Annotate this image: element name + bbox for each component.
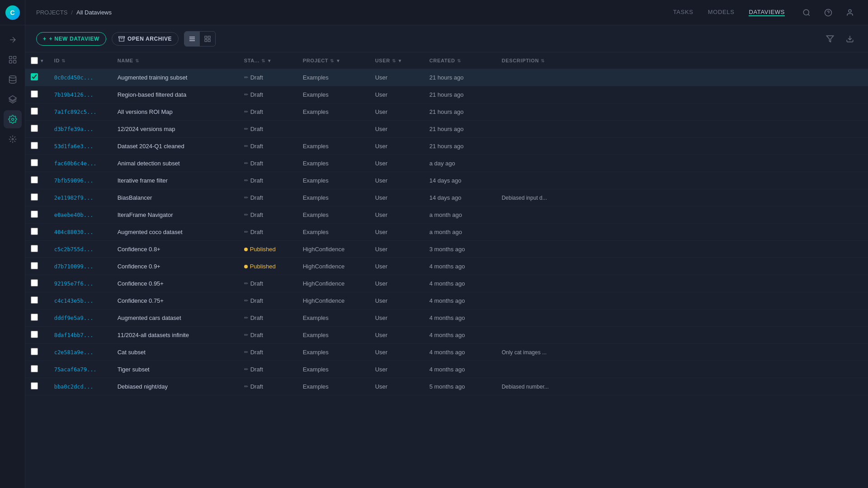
svg-rect-21 [208,39,210,42]
row-checkbox[interactable] [31,382,38,389]
select-all-checkbox[interactable] [31,57,38,64]
table-row[interactable]: 53d1fa6e3... Dataset 2024-Q1 cleaned ✏ D… [25,138,868,155]
download-icon[interactable] [843,32,857,46]
sidebar-item-dashboard[interactable] [4,51,22,69]
table-row[interactable]: fac60b6c4e... Animal detection subset ✏ … [25,155,868,172]
row-status: ✏ Draft [239,361,297,378]
th-created[interactable]: CREATED ⇅ [424,52,496,69]
status-draft: ✏ Draft [244,194,292,201]
app-logo[interactable]: C [0,0,25,25]
sidebar-item-integrations[interactable] [4,130,22,148]
row-checkbox-cell [25,327,49,344]
table-row[interactable]: 0c0cd450c... Augmented training subset ✏… [25,69,868,86]
th-name[interactable]: NAME ⇅ [112,52,239,69]
sidebar-item-pipeline[interactable] [4,31,22,49]
status-draft: ✏ Draft [244,126,292,132]
row-status: ✏ Draft [239,155,297,172]
table-row[interactable]: 92195e7f6... Confidence 0.95+ ✏ Draft Hi… [25,275,868,292]
row-name: 11/2024-all datasets infinite [112,327,239,344]
sidebar-item-datasets[interactable] [4,70,22,89]
table-row[interactable]: c4c143e5b... Confidence 0.75+ ✏ Draft Hi… [25,292,868,310]
status-draft: ✏ Draft [244,280,292,287]
row-name: Confidence 0.9+ [112,258,239,275]
row-checkbox[interactable] [31,176,38,183]
table-row[interactable]: 2e11982f9... BiasBalancer ✏ Draft Exampl… [25,189,868,206]
th-status[interactable]: STA... ⇅ ▼ [239,52,297,69]
table-row[interactable]: c5c2b755d... Confidence 0.8+ Published H… [25,241,868,258]
row-checkbox[interactable] [31,90,38,98]
table-row[interactable]: c2e581a9e... Cat subset ✏ Draft Examples… [25,344,868,361]
row-checkbox[interactable] [31,108,38,115]
status-draft: ✏ Draft [244,108,292,115]
table-row[interactable]: bba0c2dcd... Debiased night/day ✏ Draft … [25,378,868,395]
svg-point-6 [11,118,14,121]
nav-dataviews[interactable]: DATAVIEWS [749,9,785,16]
status-draft: ✏ Draft [244,383,292,390]
open-archive-button[interactable]: OPEN ARCHIVE [112,32,179,46]
table-row[interactable]: 404c88030... Augmented coco dataset ✏ Dr… [25,224,868,241]
row-checkbox-cell [25,275,49,292]
user-avatar[interactable] [843,5,857,20]
row-checkbox[interactable] [31,228,38,235]
filter-icon[interactable] [823,32,837,46]
row-checkbox[interactable] [31,211,38,218]
row-description: Only cat images ... [496,344,868,361]
nav-tasks[interactable]: TASKS [673,9,693,16]
new-dataview-button[interactable]: + + NEW DATAVIEW [36,32,106,46]
row-checkbox[interactable] [31,331,38,338]
table-row[interactable]: 7a1fc892c5... All versions ROI Map ✏ Dra… [25,103,868,121]
row-checkbox[interactable] [31,159,38,166]
table-row[interactable]: 7b19b4126... Region-based filtered data … [25,86,868,103]
svg-rect-1 [13,56,16,59]
pencil-icon: ✏ [244,229,248,235]
th-user[interactable]: USER ⇅ ▼ [370,52,424,69]
th-project[interactable]: PROJECT ⇅ ▼ [297,52,370,69]
top-navigation: PROJECTS / All Dataviews TASKS MODELS DA… [25,0,868,25]
row-checkbox[interactable] [31,142,38,149]
row-checkbox[interactable] [31,296,38,304]
row-description [496,224,868,241]
sidebar-item-settings[interactable] [4,110,22,128]
row-created: 14 days ago [424,189,496,206]
search-icon[interactable] [799,5,814,20]
row-description: Debiased input d... [496,189,868,206]
table-row[interactable]: d7b710099... Confidence 0.9+ Published H… [25,258,868,275]
checkbox-chevron[interactable]: ▾ [41,58,43,63]
row-checkbox[interactable] [31,245,38,252]
row-checkbox[interactable] [31,279,38,286]
row-checkbox[interactable] [31,262,38,269]
dataviews-table-container[interactable]: ▾ ID ⇅ NAME ⇅ [25,52,868,488]
table-row[interactable]: 8daf14bb7... 11/2024-all datasets infini… [25,327,868,344]
breadcrumb-projects[interactable]: PROJECTS [36,9,67,16]
row-id: 0c0cd450c... [49,69,112,86]
row-checkbox[interactable] [31,193,38,201]
row-checkbox[interactable] [31,365,38,372]
help-icon[interactable] [821,5,835,20]
row-checkbox-cell [25,121,49,138]
sidebar: C [0,0,25,488]
th-description[interactable]: DESCRIPTION ⇅ [496,52,868,69]
table-row[interactable]: 75acaf6a79... Tiger subset ✏ Draft Examp… [25,361,868,378]
nav-models[interactable]: MODELS [708,9,735,16]
row-project: Examples [297,103,370,121]
row-checkbox[interactable] [31,314,38,321]
table-row[interactable]: e0aebe40b... IteraFrame Navigator ✏ Draf… [25,206,868,224]
row-checkbox[interactable] [31,73,38,80]
table-row[interactable]: d3b7fe39a... 12/2024 versions map ✏ Draf… [25,121,868,138]
row-user: User [370,327,424,344]
sidebar-item-layers[interactable] [4,90,22,108]
row-id: dddf9e5a9... [49,310,112,327]
row-created: a month ago [424,224,496,241]
row-description [496,138,868,155]
table-row[interactable]: dddf9e5a9... Augmented cars dataset ✏ Dr… [25,310,868,327]
svg-marker-22 [827,36,834,42]
table-row[interactable]: 7bfb59096... Iterative frame filter ✏ Dr… [25,172,868,189]
list-view-button[interactable] [184,32,200,46]
row-checkbox[interactable] [31,125,38,132]
row-id: 75acaf6a79... [49,361,112,378]
row-name: Confidence 0.8+ [112,241,239,258]
row-description [496,310,868,327]
row-checkbox[interactable] [31,348,38,355]
th-id[interactable]: ID ⇅ [49,52,112,69]
grid-view-button[interactable] [200,32,215,46]
